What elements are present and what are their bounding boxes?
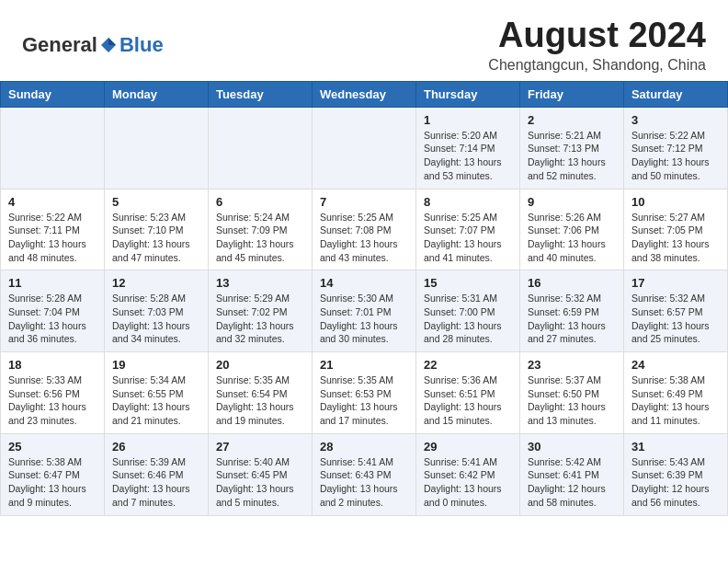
calendar-cell: 18Sunrise: 5:33 AM Sunset: 6:56 PM Dayli… — [1, 352, 105, 434]
day-number: 14 — [320, 276, 408, 290]
weekday-header-thursday: Thursday — [415, 81, 519, 107]
day-number: 11 — [8, 276, 97, 290]
day-info: Sunrise: 5:40 AM Sunset: 6:45 PM Dayligh… — [216, 455, 304, 510]
subtitle: Chengtangcun, Shandong, China — [488, 57, 706, 74]
page-header: General Blue August 2024 Chengtangcun, S… — [0, 0, 728, 81]
week-row-3: 11Sunrise: 5:28 AM Sunset: 7:04 PM Dayli… — [1, 270, 728, 352]
day-info: Sunrise: 5:35 AM Sunset: 6:54 PM Dayligh… — [216, 373, 304, 428]
day-info: Sunrise: 5:43 AM Sunset: 6:39 PM Dayligh… — [631, 455, 720, 510]
day-number: 24 — [631, 358, 720, 372]
week-row-5: 25Sunrise: 5:38 AM Sunset: 6:47 PM Dayli… — [1, 433, 728, 515]
day-number: 13 — [216, 276, 304, 290]
day-info: Sunrise: 5:33 AM Sunset: 6:56 PM Dayligh… — [8, 373, 97, 428]
logo-icon — [99, 36, 118, 54]
calendar-cell: 10Sunrise: 5:27 AM Sunset: 7:05 PM Dayli… — [623, 189, 727, 270]
calendar-cell: 30Sunrise: 5:42 AM Sunset: 6:41 PM Dayli… — [520, 433, 624, 515]
calendar-cell: 22Sunrise: 5:36 AM Sunset: 6:51 PM Dayli… — [415, 352, 519, 434]
day-info: Sunrise: 5:36 AM Sunset: 6:51 PM Dayligh… — [424, 373, 512, 428]
calendar-cell — [208, 107, 312, 189]
weekday-header-friday: Friday — [520, 81, 624, 107]
day-info: Sunrise: 5:41 AM Sunset: 6:42 PM Dayligh… — [424, 455, 512, 510]
calendar-cell — [104, 107, 208, 189]
calendar-cell: 17Sunrise: 5:32 AM Sunset: 6:57 PM Dayli… — [623, 270, 727, 352]
day-info: Sunrise: 5:32 AM Sunset: 6:57 PM Dayligh… — [631, 292, 720, 346]
day-number: 29 — [424, 440, 512, 454]
day-info: Sunrise: 5:32 AM Sunset: 6:59 PM Dayligh… — [528, 292, 616, 346]
day-info: Sunrise: 5:28 AM Sunset: 7:04 PM Dayligh… — [8, 292, 97, 346]
day-info: Sunrise: 5:21 AM Sunset: 7:13 PM Dayligh… — [528, 129, 616, 183]
day-info: Sunrise: 5:38 AM Sunset: 6:47 PM Dayligh… — [8, 455, 97, 510]
day-number: 31 — [631, 440, 720, 454]
day-info: Sunrise: 5:35 AM Sunset: 6:53 PM Dayligh… — [320, 373, 408, 428]
calendar-cell — [1, 107, 105, 189]
weekday-header-tuesday: Tuesday — [208, 81, 312, 107]
day-number: 30 — [528, 440, 616, 454]
day-number: 20 — [216, 358, 304, 372]
day-number: 5 — [112, 195, 200, 209]
weekday-header-monday: Monday — [104, 81, 208, 107]
day-info: Sunrise: 5:25 AM Sunset: 7:08 PM Dayligh… — [320, 211, 408, 265]
day-info: Sunrise: 5:22 AM Sunset: 7:12 PM Dayligh… — [631, 129, 720, 183]
day-number: 12 — [112, 276, 200, 290]
week-row-2: 4Sunrise: 5:22 AM Sunset: 7:11 PM Daylig… — [1, 189, 728, 270]
calendar-cell: 13Sunrise: 5:29 AM Sunset: 7:02 PM Dayli… — [208, 270, 312, 352]
calendar-cell: 31Sunrise: 5:43 AM Sunset: 6:39 PM Dayli… — [623, 433, 727, 515]
day-number: 3 — [631, 113, 720, 127]
day-number: 4 — [8, 195, 97, 209]
day-info: Sunrise: 5:28 AM Sunset: 7:03 PM Dayligh… — [112, 292, 200, 346]
calendar-cell: 11Sunrise: 5:28 AM Sunset: 7:04 PM Dayli… — [1, 270, 105, 352]
logo-general-text: General — [22, 33, 97, 57]
calendar-cell: 5Sunrise: 5:23 AM Sunset: 7:10 PM Daylig… — [104, 189, 208, 270]
day-info: Sunrise: 5:26 AM Sunset: 7:06 PM Dayligh… — [528, 211, 616, 265]
calendar-cell: 19Sunrise: 5:34 AM Sunset: 6:55 PM Dayli… — [104, 352, 208, 434]
calendar-table: SundayMondayTuesdayWednesdayThursdayFrid… — [0, 81, 728, 516]
logo: General Blue — [22, 33, 164, 57]
calendar-cell: 20Sunrise: 5:35 AM Sunset: 6:54 PM Dayli… — [208, 352, 312, 434]
calendar-cell: 3Sunrise: 5:22 AM Sunset: 7:12 PM Daylig… — [623, 107, 727, 189]
day-number: 22 — [424, 358, 512, 372]
day-info: Sunrise: 5:27 AM Sunset: 7:05 PM Dayligh… — [631, 211, 720, 265]
calendar-cell: 23Sunrise: 5:37 AM Sunset: 6:50 PM Dayli… — [520, 352, 624, 434]
calendar-cell: 24Sunrise: 5:38 AM Sunset: 6:49 PM Dayli… — [623, 352, 727, 434]
weekday-header-saturday: Saturday — [623, 81, 727, 107]
day-number: 19 — [112, 358, 200, 372]
calendar-cell — [312, 107, 415, 189]
weekday-header-row: SundayMondayTuesdayWednesdayThursdayFrid… — [1, 81, 728, 107]
day-info: Sunrise: 5:39 AM Sunset: 6:46 PM Dayligh… — [112, 455, 200, 510]
calendar-cell: 21Sunrise: 5:35 AM Sunset: 6:53 PM Dayli… — [312, 352, 415, 434]
day-info: Sunrise: 5:38 AM Sunset: 6:49 PM Dayligh… — [631, 373, 720, 428]
day-info: Sunrise: 5:22 AM Sunset: 7:11 PM Dayligh… — [8, 211, 97, 265]
calendar-cell: 28Sunrise: 5:41 AM Sunset: 6:43 PM Dayli… — [312, 433, 415, 515]
day-number: 17 — [631, 276, 720, 290]
day-number: 27 — [216, 440, 304, 454]
calendar-cell: 12Sunrise: 5:28 AM Sunset: 7:03 PM Dayli… — [104, 270, 208, 352]
calendar-cell: 9Sunrise: 5:26 AM Sunset: 7:06 PM Daylig… — [520, 189, 624, 270]
week-row-4: 18Sunrise: 5:33 AM Sunset: 6:56 PM Dayli… — [1, 352, 728, 434]
day-number: 21 — [320, 358, 408, 372]
calendar-cell: 6Sunrise: 5:24 AM Sunset: 7:09 PM Daylig… — [208, 189, 312, 270]
day-number: 16 — [528, 276, 616, 290]
day-number: 8 — [424, 195, 512, 209]
week-row-1: 1Sunrise: 5:20 AM Sunset: 7:14 PM Daylig… — [1, 107, 728, 189]
calendar-cell: 26Sunrise: 5:39 AM Sunset: 6:46 PM Dayli… — [104, 433, 208, 515]
title-section: August 2024 Chengtangcun, Shandong, Chin… — [488, 17, 706, 74]
day-info: Sunrise: 5:20 AM Sunset: 7:14 PM Dayligh… — [424, 129, 512, 183]
day-number: 6 — [216, 195, 304, 209]
day-number: 26 — [112, 440, 200, 454]
calendar-cell: 15Sunrise: 5:31 AM Sunset: 7:00 PM Dayli… — [415, 270, 519, 352]
day-info: Sunrise: 5:41 AM Sunset: 6:43 PM Dayligh… — [320, 455, 408, 510]
calendar-cell: 29Sunrise: 5:41 AM Sunset: 6:42 PM Dayli… — [415, 433, 519, 515]
day-number: 15 — [424, 276, 512, 290]
logo-blue-text: Blue — [119, 33, 164, 57]
day-number: 7 — [320, 195, 408, 209]
svg-marker-1 — [108, 38, 116, 45]
calendar-cell: 16Sunrise: 5:32 AM Sunset: 6:59 PM Dayli… — [520, 270, 624, 352]
day-number: 25 — [8, 440, 97, 454]
calendar-cell: 8Sunrise: 5:25 AM Sunset: 7:07 PM Daylig… — [415, 189, 519, 270]
day-info: Sunrise: 5:25 AM Sunset: 7:07 PM Dayligh… — [424, 211, 512, 265]
day-number: 18 — [8, 358, 97, 372]
day-info: Sunrise: 5:34 AM Sunset: 6:55 PM Dayligh… — [112, 373, 200, 428]
day-number: 23 — [528, 358, 616, 372]
weekday-header-wednesday: Wednesday — [312, 81, 415, 107]
calendar-cell: 14Sunrise: 5:30 AM Sunset: 7:01 PM Dayli… — [312, 270, 415, 352]
